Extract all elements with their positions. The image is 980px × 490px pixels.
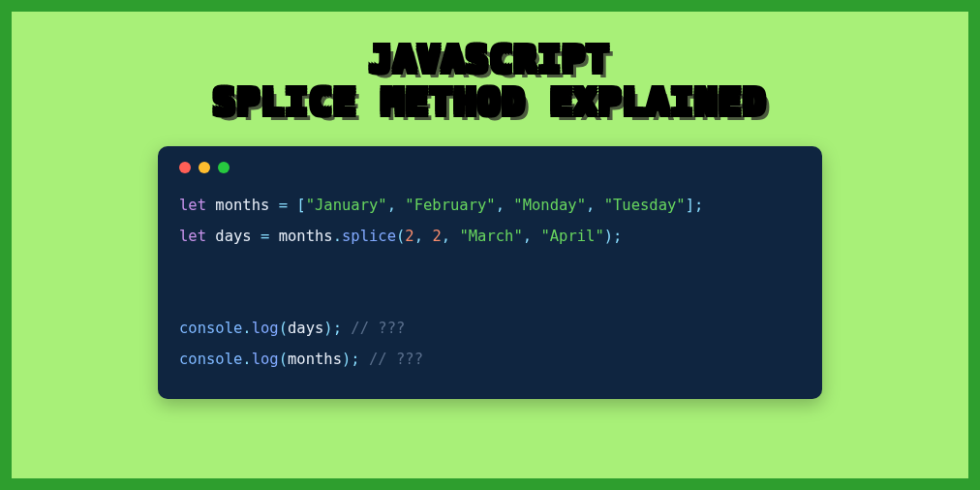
comma: , [414, 228, 433, 245]
paren-open: ( [279, 320, 288, 337]
dot: . [242, 320, 251, 337]
obj-months: months [279, 228, 333, 245]
paren-close: ); [323, 320, 342, 337]
keyword-let: let [179, 228, 206, 245]
num-2a: 2 [405, 228, 413, 245]
obj-console: console [179, 320, 242, 337]
maximize-icon [218, 162, 230, 173]
bracket-close: ]; [686, 197, 704, 214]
paren-close: ); [342, 351, 360, 368]
var-months: months [215, 197, 269, 214]
num-2b: 2 [432, 228, 441, 245]
str-march: "March" [459, 228, 522, 245]
space [360, 351, 369, 368]
comment: // ??? [351, 320, 405, 337]
paren-open: ( [279, 351, 288, 368]
window-controls [179, 162, 801, 173]
comma: , [387, 197, 406, 214]
method-log: log [252, 351, 279, 368]
comment: // ??? [369, 351, 423, 368]
comma: , [523, 228, 541, 245]
code-window: let months = ["January", "February", "Mo… [158, 146, 822, 399]
title-block: JAVASCRIPT SPLICE METHOD EXPLAINED [213, 39, 767, 123]
title-line-1: JAVASCRIPT [213, 39, 767, 81]
op-eq: = [269, 197, 296, 214]
str-april: "April" [540, 228, 603, 245]
method-splice: splice [342, 228, 396, 245]
str-february: "February" [405, 197, 495, 214]
keyword-let: let [179, 197, 206, 214]
code-line-4: console.log(days); // ??? [179, 320, 405, 337]
close-icon [179, 162, 191, 173]
space [342, 320, 351, 337]
var-days: days [288, 320, 323, 337]
code-line-5: console.log(months); // ??? [179, 351, 423, 368]
title-line-2: SPLICE METHOD EXPLAINED [213, 81, 767, 124]
paren-close: ); [604, 228, 623, 245]
obj-console: console [179, 351, 242, 368]
code-line-1: let months = ["January", "February", "Mo… [179, 197, 703, 214]
var-months: months [288, 351, 342, 368]
var-days: days [215, 228, 251, 245]
op-eq: = [252, 228, 279, 245]
minimize-icon [199, 162, 210, 173]
comma: , [496, 197, 514, 214]
slide-canvas: JAVASCRIPT SPLICE METHOD EXPLAINED let m… [12, 12, 968, 478]
str-monday: "Monday" [513, 197, 586, 214]
comma: , [586, 197, 604, 214]
dot: . [333, 228, 342, 245]
dot: . [242, 351, 251, 368]
paren-open: ( [396, 228, 405, 245]
str-tuesday: "Tuesday" [604, 197, 686, 214]
comma: , [442, 228, 460, 245]
code-block: let months = ["January", "February", "Mo… [179, 191, 801, 376]
bracket-open: [ [296, 197, 305, 214]
method-log: log [252, 320, 279, 337]
code-line-2: let days = months.splice(2, 2, "March", … [179, 228, 622, 245]
str-january: "January" [306, 197, 387, 214]
